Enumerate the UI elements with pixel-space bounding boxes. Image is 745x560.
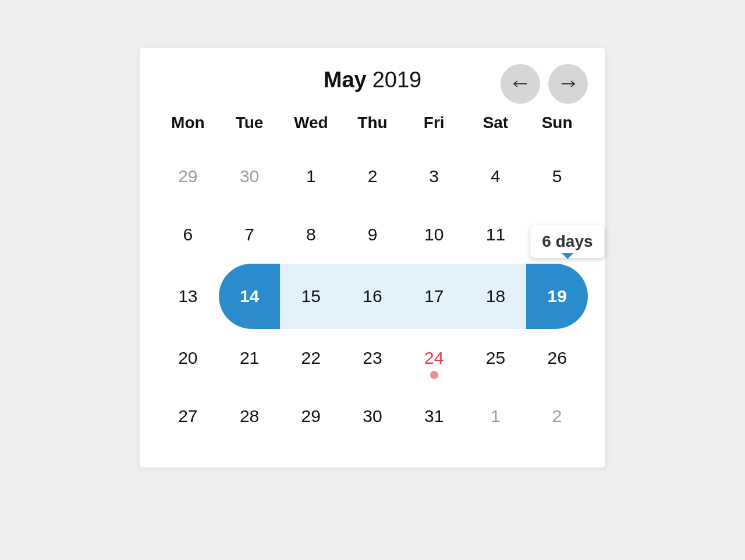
day-cell[interactable]: 24: [403, 329, 465, 387]
day-number: 7: [244, 225, 254, 244]
days-grid: 2930123456789101112131415161718196 days2…: [157, 147, 588, 445]
day-number: 1: [491, 406, 501, 426]
day-cell[interactable]: 3: [403, 147, 465, 205]
nav-buttons: [501, 64, 588, 104]
prev-month-button[interactable]: [501, 64, 540, 104]
day-number: 29: [178, 166, 197, 186]
day-cell[interactable]: 26: [526, 329, 588, 387]
day-cell[interactable]: 15: [280, 264, 342, 329]
weekday-label: Mon: [157, 109, 219, 137]
month-label: May: [324, 68, 367, 92]
day-cell[interactable]: 16: [342, 264, 403, 329]
day-cell[interactable]: 2: [342, 147, 403, 205]
day-number: 9: [368, 225, 378, 244]
day-number: 27: [178, 406, 197, 426]
day-number: 1: [306, 166, 316, 186]
next-month-button[interactable]: [548, 64, 588, 104]
day-number: 21: [240, 348, 259, 368]
day-number: 26: [547, 348, 566, 368]
day-cell[interactable]: 22: [280, 329, 342, 387]
day-cell[interactable]: 29: [157, 147, 219, 205]
day-cell[interactable]: 29: [280, 387, 342, 445]
calendar-header: May2019: [157, 68, 588, 93]
day-number: 29: [301, 406, 321, 426]
day-cell[interactable]: 10: [403, 205, 465, 264]
range-tooltip: 6 days: [530, 225, 604, 258]
day-cell[interactable]: 20: [157, 329, 219, 387]
day-cell[interactable]: 30: [342, 387, 403, 445]
weekday-row: Mon Tue Wed Thu Fri Sat Sun: [157, 109, 588, 137]
day-number: 16: [363, 286, 382, 306]
weekday-label: Thu: [342, 109, 403, 137]
day-cell[interactable]: 1: [465, 387, 527, 445]
day-number: 18: [486, 286, 505, 306]
day-cell[interactable]: 196 days: [526, 264, 588, 329]
day-cell[interactable]: 9: [342, 205, 403, 264]
weekday-label: Tue: [219, 109, 281, 137]
day-cell[interactable]: 5: [526, 147, 588, 205]
day-number: 14: [240, 286, 259, 306]
day-number: 17: [424, 286, 444, 306]
arrow-right-icon: [560, 79, 576, 88]
weekday-label: Sun: [526, 109, 588, 137]
day-number: 30: [240, 166, 259, 186]
day-cell[interactable]: 1: [280, 147, 342, 205]
day-cell[interactable]: 18: [465, 264, 527, 329]
day-number: 20: [178, 348, 197, 368]
day-cell[interactable]: 4: [465, 147, 527, 205]
day-number: 10: [424, 225, 444, 244]
day-number: 31: [424, 406, 444, 426]
day-number: 6: [183, 225, 193, 244]
day-number: 30: [363, 406, 382, 426]
day-number: 2: [552, 406, 562, 426]
day-cell[interactable]: 30: [219, 147, 281, 205]
day-cell[interactable]: 31: [403, 387, 465, 445]
day-number: 8: [306, 225, 316, 244]
arrow-left-icon: [513, 79, 528, 88]
day-number: 22: [301, 348, 321, 368]
day-cell[interactable]: 14: [219, 264, 281, 329]
day-cell[interactable]: 7: [219, 205, 281, 264]
day-number: 3: [429, 166, 439, 186]
day-number: 4: [491, 166, 501, 186]
day-number: 13: [178, 286, 197, 306]
weekday-label: Fri: [403, 109, 465, 137]
day-cell[interactable]: 21: [219, 329, 281, 387]
day-number: 28: [240, 406, 259, 426]
day-cell[interactable]: 6: [157, 205, 219, 264]
day-cell[interactable]: 17: [403, 264, 465, 329]
day-cell[interactable]: 11: [465, 205, 527, 264]
event-dot-icon: [430, 371, 438, 379]
day-cell[interactable]: 23: [342, 329, 403, 387]
day-number: 5: [552, 166, 562, 186]
day-cell[interactable]: 13: [157, 264, 219, 329]
calendar: May2019 Mon Tue Wed Thu Fri Sat Sun 2930…: [140, 48, 605, 467]
weekday-label: Wed: [280, 109, 342, 137]
day-number: 24: [424, 348, 444, 368]
day-number: 19: [547, 286, 566, 306]
day-cell[interactable]: 8: [280, 205, 342, 264]
day-number: 25: [486, 348, 505, 368]
day-number: 23: [363, 348, 382, 368]
day-cell[interactable]: 27: [157, 387, 219, 445]
weekday-label: Sat: [465, 109, 527, 137]
day-number: 2: [368, 166, 378, 186]
day-cell[interactable]: 28: [219, 387, 281, 445]
day-cell[interactable]: 2: [526, 387, 588, 445]
calendar-title: May2019: [324, 68, 421, 93]
day-number: 15: [301, 286, 321, 306]
day-cell[interactable]: 25: [465, 329, 527, 387]
day-number: 11: [486, 225, 505, 244]
year-label: 2019: [372, 68, 422, 92]
